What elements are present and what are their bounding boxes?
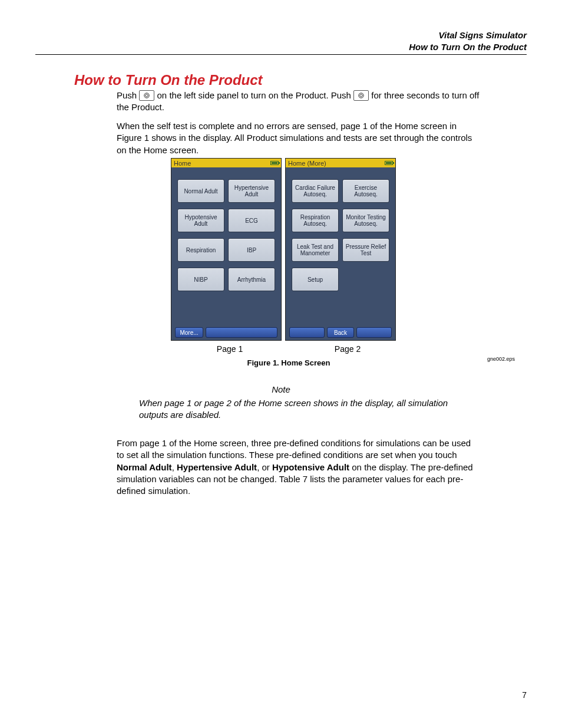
home-screen-page-1: Home Normal Adult Hypertensive Adult Hyp… [171, 158, 282, 341]
more-button[interactable]: More... [175, 327, 203, 338]
page-2-label: Page 2 [335, 344, 361, 354]
btn-ecg[interactable]: ECG [228, 209, 275, 232]
footer-bar: More... [171, 325, 281, 340]
svg-point-1 [146, 94, 148, 97]
title-text: Home [174, 160, 191, 167]
btn-pressure-relief-test[interactable]: Pressure Relief Test [342, 238, 389, 262]
btn-cardiac-failure-autoseq[interactable]: Cardiac Failure Autoseq. [292, 179, 339, 203]
title-bar: Home (More) [286, 159, 395, 167]
footer-blank[interactable] [356, 327, 392, 338]
power-icon [353, 90, 369, 101]
battery-icon [385, 161, 393, 165]
screens-row: Home Normal Adult Hypertensive Adult Hyp… [171, 158, 406, 341]
figure-caption: Figure 1. Home Screen [171, 358, 406, 367]
btn-normal-adult[interactable]: Normal Adult [177, 179, 224, 203]
svg-point-2 [359, 93, 363, 98]
btn-respiration-autoseq[interactable]: Respiration Autoseq. [292, 209, 339, 232]
note-text: When page 1 or page 2 of the Home screen… [139, 397, 456, 421]
svg-point-3 [360, 94, 362, 97]
battery-icon [270, 161, 279, 165]
title-text: Home (More) [288, 160, 326, 167]
section-title: How to Turn On the Product [74, 72, 263, 88]
header-line-1: Vital Signs Simulator [409, 29, 527, 41]
back-button[interactable]: Back [327, 327, 354, 338]
paragraph-3: From page 1 of the Home screen, three pr… [117, 437, 480, 497]
page-labels: Page 1 Page 2 [171, 344, 406, 354]
page-1-label: Page 1 [217, 344, 243, 354]
power-icon [139, 90, 154, 101]
header-line-2: How to Turn On the Product [409, 41, 527, 53]
footer-bar: Back [286, 325, 395, 340]
page-header: Vital Signs Simulator How to Turn On the… [409, 29, 527, 52]
btn-nibp[interactable]: NIBP [177, 268, 224, 291]
btn-monitor-testing-autoseq[interactable]: Monitor Testing Autoseq. [342, 209, 389, 232]
title-bar: Home [171, 159, 281, 167]
btn-setup[interactable]: Setup [292, 268, 339, 291]
btn-arrhythmia[interactable]: Arrhythmia [228, 268, 275, 291]
note-label: Note [0, 384, 562, 394]
footer-blank[interactable] [206, 327, 277, 338]
btn-hypertensive-adult[interactable]: Hypertensive Adult [228, 179, 275, 203]
btn-exercise-autoseq[interactable]: Exercise Autoseq. [342, 179, 389, 203]
btn-respiration[interactable]: Respiration [177, 238, 224, 262]
btn-hypotensive-adult[interactable]: Hypotensive Adult [177, 209, 224, 232]
page-number: 7 [522, 690, 527, 700]
eps-filename: gne002.eps [487, 356, 515, 362]
btn-ibp[interactable]: IBP [228, 238, 275, 262]
header-rule [35, 54, 527, 55]
button-grid: Normal Adult Hypertensive Adult Hypotens… [171, 167, 281, 325]
svg-point-0 [144, 93, 149, 98]
figure-1: Home Normal Adult Hypertensive Adult Hyp… [171, 158, 406, 367]
btn-leak-test-manometer[interactable]: Leak Test and Manometer [292, 238, 339, 262]
footer-blank[interactable] [289, 327, 325, 338]
home-screen-page-2: Home (More) Cardiac Failure Autoseq. Exe… [285, 158, 396, 341]
button-grid: Cardiac Failure Autoseq. Exercise Autose… [286, 167, 395, 325]
paragraph-1: Push on the left side panel to turn on t… [117, 90, 480, 114]
paragraph-2: When the self test is complete and no er… [117, 120, 480, 156]
